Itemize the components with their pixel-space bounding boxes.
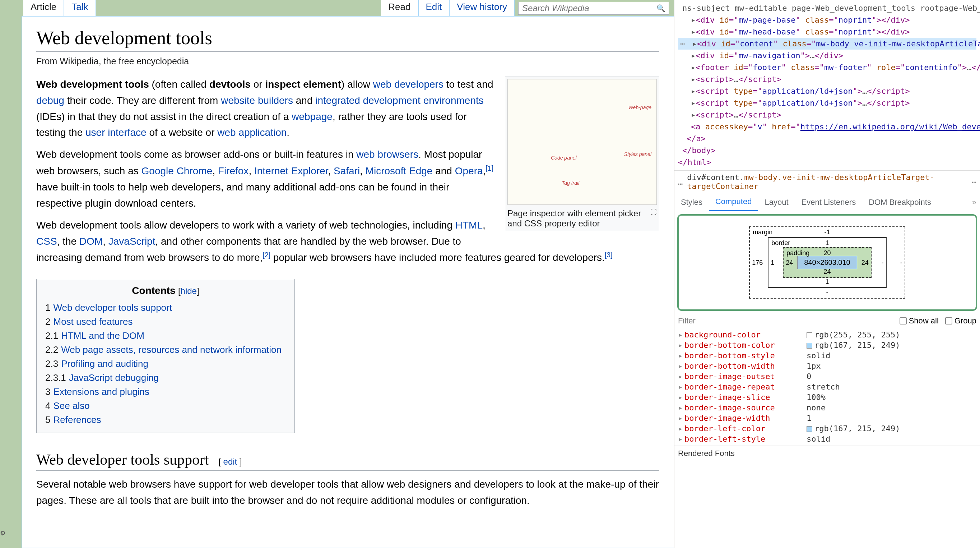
edit-section-link[interactable]: edit [223,457,237,467]
toc-item[interactable]: 2.2Web page assets, resources and networ… [45,343,286,357]
dom-node[interactable]: ▸<script type="application/ld+json">…</s… [678,97,977,109]
crumb-more-icon[interactable]: ⋯ [972,177,977,186]
dom-node[interactable]: <a accesskey="v" href="https://en.wikipe… [678,121,977,132]
property-row[interactable]: ▸border-bottom-stylesolid [678,350,977,361]
tab-edit[interactable]: Edit [418,0,450,16]
link-website-builders[interactable]: website builders [221,95,293,106]
dom-node[interactable]: ▸<script>…</script> [678,73,977,85]
tab-history[interactable]: View history [449,0,515,16]
property-row[interactable]: ▸border-left-stylesolid [678,434,977,444]
link-safari[interactable]: Safari [334,165,360,177]
filter-row: Show all Group [675,314,980,328]
toc-item[interactable]: 5References [45,413,286,427]
link-ide[interactable]: integrated development environments [315,95,484,106]
tab-dom-breakpoints[interactable]: DOM Breakpoints [862,194,938,210]
link-html[interactable]: HTML [455,220,483,231]
section-heading: Web developer tools support [ edit ] [36,451,659,471]
group-checkbox[interactable]: Group [945,316,977,326]
thumb-label-styles: Styles panel [624,151,651,157]
breadcrumb[interactable]: div#content.mw-body.ve-init-mw-desktopAr… [687,173,967,191]
property-row[interactable]: ▸border-left-colorrgb(167, 215, 249) [678,423,977,434]
property-row[interactable]: ▸border-image-width1 [678,413,977,423]
dom-node: </a> [678,132,977,145]
tab-computed[interactable]: Computed [709,193,759,211]
dom-overflow-icon[interactable]: ⋯ [680,38,685,49]
search-box[interactable]: 🔍 [518,2,669,15]
thumb-label-code: Code panel [551,155,577,161]
bm-margin-top: -1 [824,229,830,236]
link-firefox[interactable]: Firefox [218,165,249,177]
ref-2[interactable]: [2] [262,251,270,259]
link-chrome[interactable]: Google Chrome [142,165,213,177]
subtitle: From Wikipedia, the free encyclopedia [36,56,659,67]
property-row[interactable]: ▸border-image-outset0 [678,371,977,382]
dom-node[interactable]: ▸<script>…</script> [678,109,977,121]
bm-border-left: 1 [771,259,774,266]
property-row[interactable]: ▸border-bottom-colorrgb(167, 215, 249) [678,340,977,350]
gear-icon[interactable]: ⚙ [0,529,6,537]
property-row[interactable]: ▸border-image-slice100% [678,392,977,403]
link-ie[interactable]: Internet Explorer [254,165,328,177]
thumb-image[interactable]: Web-page Code panel Styles panel Tag tra… [508,79,657,205]
property-row[interactable]: ▸border-image-sourcenone [678,403,977,413]
tab-talk[interactable]: Talk [64,0,95,16]
dom-node[interactable]: ▸<div id="mw-page-base" class="noprint">… [678,14,977,26]
tab-read[interactable]: Read [381,0,418,16]
link-web-browsers[interactable]: web browsers [356,149,418,160]
search-input[interactable] [522,3,657,13]
link-js[interactable]: JavaScript [108,236,156,247]
link-ui[interactable]: user interface [86,127,146,138]
tab-layout[interactable]: Layout [758,194,795,210]
bm-padding-left: 24 [786,259,793,266]
toc-toggle[interactable]: [hide] [178,286,199,296]
bm-padding-bottom: 24 [823,268,830,276]
ref-3[interactable]: [3] [605,251,612,259]
thumb-caption: Page inspector with element picker and C… [508,209,648,229]
crumb-overflow-icon[interactable]: … [678,177,682,186]
link-webapp[interactable]: web application [217,127,286,138]
link-opera[interactable]: Opera [455,165,483,177]
tabs-overflow-icon[interactable]: » [969,194,980,210]
search-icon[interactable]: 🔍 [657,4,665,13]
link-dom[interactable]: DOM [80,236,103,247]
dom-node[interactable]: ▸<footer id="footer" class="mw-footer" r… [678,61,977,73]
toc-item[interactable]: 4See also [45,399,286,413]
rendered-fonts-header[interactable]: Rendered Fonts [675,446,980,461]
toc-item[interactable]: 2.3.1JavaScript debugging [45,371,286,385]
box-model[interactable]: margin -1 - 176 - border 1 1 1 - padding… [749,226,905,299]
property-row[interactable]: ▸background-colorrgb(255, 255, 255) [678,330,977,340]
filter-input[interactable] [678,316,893,326]
link-css[interactable]: CSS [36,236,57,247]
property-row[interactable]: ▸border-bottom-width1px [678,361,977,371]
dom-node[interactable]: ▸<div id="mw-navigation">…</div> [678,49,977,61]
toc-item[interactable]: 3Extensions and plugins [45,385,286,399]
info-thumbnail: Web-page Code panel Styles panel Tag tra… [505,76,659,231]
computed-properties[interactable]: ▸background-colorrgb(255, 255, 255)▸bord… [675,328,980,446]
link-debug[interactable]: debug [36,95,64,106]
toc-item[interactable]: 2.3Profiling and auditing [45,357,286,371]
dom-tree[interactable]: ns-subject mw-editable page-Web_developm… [675,0,980,170]
dom-node: </html> [678,156,977,168]
ref-1[interactable]: [1] [485,164,493,172]
dom-node[interactable]: ▸<script type="application/ld+json">…</s… [678,85,977,97]
tab-event-listeners[interactable]: Event Listeners [795,194,862,210]
box-model-outline: margin -1 - 176 - border 1 1 1 - padding… [677,214,977,311]
property-row[interactable]: ▸border-image-repeatstretch [678,382,977,392]
toc-item[interactable]: 2Most used features [45,315,286,329]
bm-padding-label: padding [786,249,810,257]
tab-article[interactable]: Article [23,0,64,16]
toc-item[interactable]: 1Web developer tools support [45,301,286,315]
link-edge[interactable]: Microsoft Edge [366,165,433,177]
dom-selected-node[interactable]: ▸<div id="content" class="mw-body ve-ini… [678,38,977,49]
toc-item[interactable]: 2.1HTML and the DOM [45,329,286,343]
enlarge-icon[interactable]: ⛶ [650,209,657,216]
page-title: Web development tools [36,27,659,52]
bm-content: 840×2603.010 [797,256,857,269]
show-all-checkbox[interactable]: Show all [900,316,939,326]
breadcrumb-bar[interactable]: … div#content.mw-body.ve-init-mw-desktop… [675,170,980,193]
tab-styles[interactable]: Styles [675,194,709,210]
bm-padding-right: 24 [862,259,869,266]
link-web-developers[interactable]: web developers [373,79,444,90]
dom-node[interactable]: ▸<div id="mw-head-base" class="noprint">… [678,26,977,38]
link-webpage[interactable]: webpage [291,111,332,122]
